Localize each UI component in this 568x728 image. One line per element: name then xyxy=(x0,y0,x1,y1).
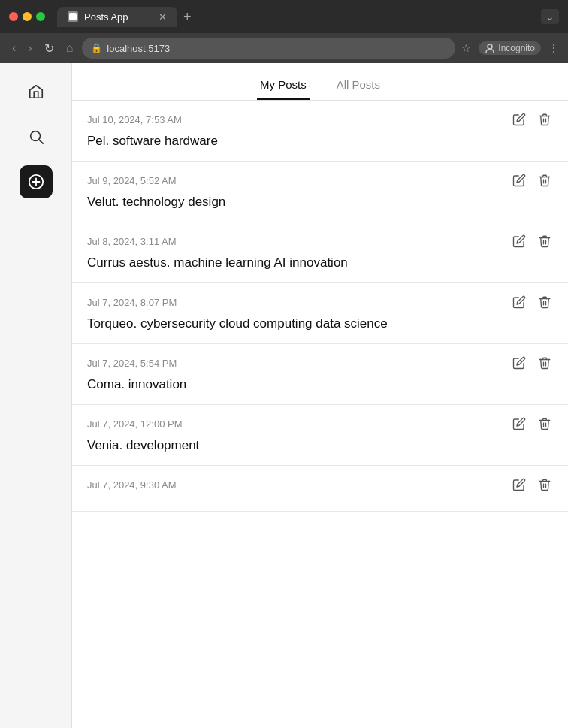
tab-my-posts[interactable]: My Posts xyxy=(257,72,310,100)
post-actions xyxy=(511,476,553,493)
post-item: Jul 9, 2024, 5:52 AM xyxy=(72,162,568,222)
post-item: Jul 10, 2024, 7:53 AM xyxy=(72,101,568,162)
post-meta: Jul 7, 2024, 9:30 AM xyxy=(87,476,553,493)
post-title: Pel. software hardware xyxy=(87,134,553,149)
post-date: Jul 8, 2024, 3:11 AM xyxy=(87,236,177,247)
tab-all-posts[interactable]: All Posts xyxy=(334,72,383,100)
post-item: Jul 7, 2024, 12:00 PM xyxy=(72,405,568,466)
minimize-button[interactable] xyxy=(23,12,32,21)
post-title: Venia. development xyxy=(87,438,553,453)
tab-favicon xyxy=(68,11,78,22)
post-date: Jul 7, 2024, 8:07 PM xyxy=(87,297,177,308)
post-item: Jul 7, 2024, 8:07 PM xyxy=(72,283,568,344)
post-meta: Jul 9, 2024, 5:52 AM xyxy=(87,172,553,189)
post-date: Jul 7, 2024, 12:00 PM xyxy=(87,418,182,430)
maximize-button[interactable] xyxy=(36,12,45,21)
delete-button[interactable] xyxy=(536,415,553,432)
traffic-lights xyxy=(9,12,45,21)
post-date: Jul 9, 2024, 5:52 AM xyxy=(87,175,177,186)
reload-button[interactable]: ↻ xyxy=(41,40,57,57)
url-text: localhost:5173 xyxy=(107,43,170,54)
post-actions xyxy=(511,355,553,371)
post-actions xyxy=(511,415,553,432)
post-item: Jul 8, 2024, 3:11 AM xyxy=(72,222,568,283)
edit-button[interactable] xyxy=(511,233,527,249)
active-tab[interactable]: Posts App ✕ xyxy=(57,7,177,27)
browser-chrome: Posts App ✕ + ⌄ ‹ › ↻ ⌂ 🔒 localhost:5173… xyxy=(0,0,568,63)
post-date: Jul 7, 2024, 5:54 PM xyxy=(87,358,177,369)
edit-button[interactable] xyxy=(511,415,527,432)
bookmark-icon[interactable]: ☆ xyxy=(461,42,471,54)
delete-button[interactable] xyxy=(536,172,553,189)
delete-button[interactable] xyxy=(536,355,553,371)
post-meta: Jul 7, 2024, 5:54 PM xyxy=(87,355,553,371)
delete-button[interactable] xyxy=(536,476,553,493)
post-date: Jul 10, 2024, 7:53 AM xyxy=(87,114,182,125)
post-actions xyxy=(511,172,553,189)
svg-rect-0 xyxy=(69,13,77,20)
delete-button[interactable] xyxy=(536,111,553,128)
post-meta: Jul 10, 2024, 7:53 AM xyxy=(87,111,553,128)
delete-button[interactable] xyxy=(536,294,553,310)
delete-button[interactable] xyxy=(536,233,553,249)
edit-button[interactable] xyxy=(511,172,527,189)
address-bar[interactable]: 🔒 localhost:5173 xyxy=(82,38,455,59)
main-content: My Posts All Posts Jul 10, 2024, 7:53 AM xyxy=(72,63,568,728)
new-tab-button[interactable]: + xyxy=(177,9,198,25)
post-title: Coma. innovation xyxy=(87,377,553,392)
posts-list: Jul 10, 2024, 7:53 AM xyxy=(72,101,568,728)
incognito-button[interactable]: Incognito xyxy=(479,41,541,55)
post-actions xyxy=(511,233,553,249)
post-title: Currus aestus. machine learning AI innov… xyxy=(87,255,553,270)
tab-close-icon[interactable]: ✕ xyxy=(159,11,167,23)
browser-titlebar: Posts App ✕ + ⌄ xyxy=(0,0,568,33)
post-meta: Jul 8, 2024, 3:11 AM xyxy=(87,233,553,249)
edit-button[interactable] xyxy=(511,476,527,493)
forward-button[interactable]: › xyxy=(25,40,35,56)
edit-button[interactable] xyxy=(511,111,527,128)
svg-point-1 xyxy=(488,44,492,49)
sidebar xyxy=(0,63,72,728)
post-title: Torqueo. cybersecurity cloud computing d… xyxy=(87,316,553,331)
post-title: Velut. technology design xyxy=(87,195,553,210)
post-date: Jul 7, 2024, 9:30 AM xyxy=(87,479,177,491)
edit-button[interactable] xyxy=(511,294,527,310)
post-item: Jul 7, 2024, 5:54 PM xyxy=(72,344,568,405)
browser-toolbar: ‹ › ↻ ⌂ 🔒 localhost:5173 ☆ Incognito ⋮ xyxy=(0,33,568,63)
lock-icon: 🔒 xyxy=(91,43,102,53)
browser-expand-icon[interactable]: ⌄ xyxy=(541,9,559,24)
back-button[interactable]: ‹ xyxy=(9,40,19,56)
post-actions xyxy=(511,294,553,310)
app-container: My Posts All Posts Jul 10, 2024, 7:53 AM xyxy=(0,63,568,728)
tab-bar: Posts App ✕ + xyxy=(57,7,535,27)
incognito-label: Incognito xyxy=(498,43,535,53)
post-meta: Jul 7, 2024, 12:00 PM xyxy=(87,415,553,432)
edit-button[interactable] xyxy=(511,355,527,371)
sidebar-home-button[interactable] xyxy=(20,75,53,108)
post-actions xyxy=(511,111,553,128)
svg-line-3 xyxy=(39,140,43,143)
sidebar-add-button[interactable] xyxy=(20,165,53,198)
tabs-header: My Posts All Posts xyxy=(72,63,568,101)
close-button[interactable] xyxy=(9,12,18,21)
post-item: Jul 7, 2024, 9:30 AM xyxy=(72,466,568,512)
home-button[interactable]: ⌂ xyxy=(63,40,77,56)
browser-menu-icon[interactable]: ⋮ xyxy=(548,42,559,54)
toolbar-right: ☆ Incognito ⋮ xyxy=(461,41,559,55)
sidebar-search-button[interactable] xyxy=(20,120,53,153)
post-meta: Jul 7, 2024, 8:07 PM xyxy=(87,294,553,310)
tab-title: Posts App xyxy=(84,11,128,23)
